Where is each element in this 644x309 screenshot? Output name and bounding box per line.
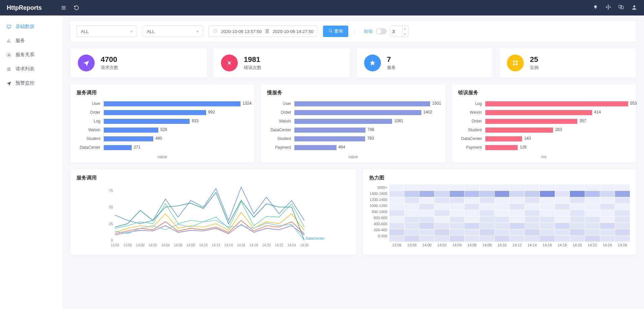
heat-xlabel: 14:12 xyxy=(510,243,525,247)
svg-text:25: 25 xyxy=(109,222,113,226)
bar-row: Log 553 xyxy=(458,99,630,108)
heat-cell xyxy=(555,236,570,242)
heat-cell xyxy=(450,204,464,210)
bar-fill xyxy=(104,136,153,141)
heat-cell xyxy=(555,191,570,197)
bar-fill xyxy=(104,110,206,115)
heat-cell xyxy=(434,210,449,216)
line-series xyxy=(115,193,304,240)
monitor-icon xyxy=(6,24,11,29)
heat-cell xyxy=(525,191,540,197)
bar-chart-card: 慢服务 User 1501 Order 1402 Weixin 1081 Dat… xyxy=(261,84,445,163)
sidebar-item-1[interactable]: 服务 xyxy=(0,34,62,48)
heat-xlabel: 14:06 xyxy=(464,243,480,247)
service-select-1[interactable]: ALL ▾ xyxy=(76,26,137,37)
user-icon[interactable] xyxy=(631,4,637,11)
svg-text:14:10: 14:10 xyxy=(199,243,207,247)
heat-xlabel: 14:02 xyxy=(434,243,450,247)
svg-text:75: 75 xyxy=(109,188,113,193)
bar-value: 1501 xyxy=(432,101,441,106)
chart-title: 慢服务 xyxy=(267,90,439,96)
heat-cell xyxy=(495,204,510,210)
heat-cell xyxy=(419,229,434,235)
bar-chart-icon xyxy=(6,38,11,43)
heat-cell xyxy=(615,223,630,229)
bar-cat: Order xyxy=(267,110,292,115)
heat-cell xyxy=(419,204,434,210)
bar-row: Payment 464 xyxy=(267,143,439,152)
heat-cell xyxy=(405,216,419,222)
sidebar-item-3[interactable]: 请求列表 xyxy=(0,62,62,76)
heat-cell xyxy=(495,223,510,229)
sidebar-item-label: 基础数据 xyxy=(15,24,34,30)
refresh-icon[interactable] xyxy=(73,5,79,11)
query-button[interactable]: 查询 xyxy=(323,26,348,37)
heat-cell xyxy=(480,229,494,235)
heat-cell xyxy=(585,229,600,235)
heat-cell xyxy=(495,184,510,191)
heat-xlabel: 14:00 xyxy=(419,243,434,247)
heat-cell xyxy=(600,197,615,203)
svg-rect-10 xyxy=(7,25,10,28)
sidebar-item-label: 服务关系 xyxy=(15,52,34,58)
heat-cell xyxy=(405,223,419,229)
service-select-2[interactable]: ALL ▾ xyxy=(142,26,203,37)
heat-cell xyxy=(615,204,630,210)
svg-marker-24 xyxy=(369,60,375,66)
bar-fill xyxy=(485,110,592,115)
bar-cat: Order xyxy=(458,119,483,124)
heat-cell xyxy=(570,184,585,191)
heat-xlabel: 14:04 xyxy=(449,243,464,247)
chart-title: 服务调用 xyxy=(76,90,248,96)
heat-cell xyxy=(464,197,479,203)
sidebar-item-0[interactable]: 基础数据 xyxy=(0,20,62,34)
heat-cell xyxy=(570,223,585,229)
move-icon[interactable] xyxy=(606,4,611,11)
interval-spinner[interactable]: 3 ▴▾ xyxy=(390,26,409,37)
summary-cards: 4700 请求次数 1981 错误次数 7 服务 25 实例 xyxy=(70,48,636,77)
heat-cell xyxy=(480,236,494,242)
heat-xlabel: 13:58 xyxy=(405,243,420,247)
heat-cell xyxy=(585,210,600,216)
bar-fill xyxy=(104,128,158,133)
svg-point-9 xyxy=(633,5,635,7)
bar-row: Student 263 xyxy=(458,126,630,134)
bar-row: Order 1402 xyxy=(267,108,439,117)
heat-cell xyxy=(464,223,479,229)
spinner-up-icon[interactable]: ▴ xyxy=(402,26,408,31)
sidebar-item-4[interactable]: 预警监控 xyxy=(0,76,62,90)
translate-icon[interactable] xyxy=(618,4,624,11)
heat-cell xyxy=(495,229,510,235)
heat-cell xyxy=(585,236,600,242)
menu-toggle-icon[interactable] xyxy=(61,5,67,11)
heat-cell xyxy=(510,191,524,197)
bar-fill xyxy=(294,128,365,133)
card-value: 4700 xyxy=(101,55,118,64)
sidebar-item-2[interactable]: 服务关系 xyxy=(0,48,62,62)
heat-cell xyxy=(540,191,555,197)
auto-switch[interactable] xyxy=(376,28,387,34)
svg-point-20 xyxy=(329,29,332,32)
bar-fill xyxy=(294,119,392,124)
heat-cell xyxy=(585,197,600,203)
heat-cell xyxy=(405,229,419,235)
chart-title: 错误服务 xyxy=(458,90,630,96)
heat-cell xyxy=(450,229,464,235)
sidebar-item-label: 预警监控 xyxy=(15,80,34,86)
heat-cell xyxy=(540,204,555,210)
bar-fill xyxy=(485,136,522,141)
bar-value: 992 xyxy=(208,110,215,114)
heat-cell xyxy=(510,204,524,210)
heat-cell xyxy=(450,236,464,242)
summary-card: 1981 错误次数 xyxy=(214,48,350,77)
heatmap-card: 热力图 1600+1400-16001200-14001000-1200800-… xyxy=(363,169,636,255)
heat-cell xyxy=(464,191,479,197)
heat-cell xyxy=(615,210,630,216)
heat-cell xyxy=(480,210,494,216)
select1-value: ALL xyxy=(81,29,89,34)
date-range-picker[interactable]: 2020-10-06 13:57:50 至 2020-10-06 14:27:5… xyxy=(208,26,318,37)
bulb-icon[interactable] xyxy=(593,4,598,11)
bar-value: 1081 xyxy=(394,118,403,123)
spinner-down-icon[interactable]: ▾ xyxy=(402,31,408,37)
heat-cell xyxy=(540,184,555,191)
